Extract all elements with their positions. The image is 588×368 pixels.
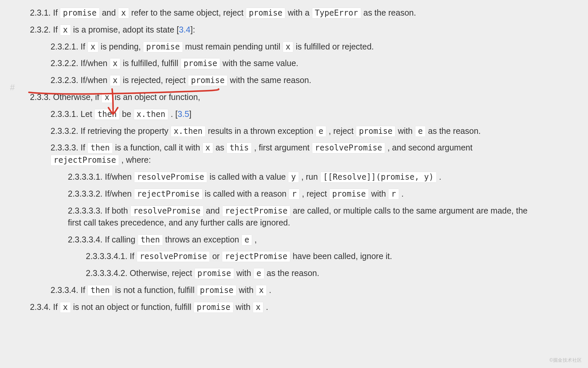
item-number: 2.3.3.3.4.1. xyxy=(86,251,127,261)
text: refer to the same object, reject xyxy=(129,8,246,17)
code-resolvepromise: resolvePromise xyxy=(312,142,385,153)
text: , reject xyxy=(300,189,329,198)
item-number: 2.3.3.3.3. xyxy=(68,206,102,215)
item-number: 2.3.3.3.4. xyxy=(68,235,102,244)
item-2-3-4: 2.3.4. If x is not an object or function… xyxy=(30,301,539,313)
item-2-3-3-3-4-1: 2.3.3.3.4.1. If resolvePromise or reject… xyxy=(86,250,539,262)
text: . xyxy=(263,302,268,312)
text: If xyxy=(51,8,60,17)
item-2-3-3-3-2: 2.3.3.3.2. If/when rejectPromise is call… xyxy=(68,188,539,200)
text: is called with a value xyxy=(207,172,288,181)
text: ] xyxy=(189,109,192,119)
text: is called with a reason xyxy=(203,189,289,198)
text: is not a function, fulfill xyxy=(113,285,197,295)
code-then: then xyxy=(94,109,120,120)
code-e: e xyxy=(253,268,264,279)
item-number: 2.3.4. xyxy=(30,302,51,312)
code-x-then: x.then xyxy=(171,126,206,137)
code-promise: promise xyxy=(188,75,227,86)
link-3-5[interactable]: 3.5 xyxy=(178,109,189,119)
text: If xyxy=(51,25,60,34)
code-x: x xyxy=(110,75,120,86)
spec-document: # 2.3.1. If promise and x refer to the s… xyxy=(0,0,588,368)
text: as the reason. xyxy=(426,126,481,136)
code-promise: promise xyxy=(356,126,395,137)
code-x: x xyxy=(283,42,293,52)
text: as the reason. xyxy=(264,268,319,278)
text: Let xyxy=(78,109,94,119)
item-2-3-2-1: 2.3.2.1. If x is pending, promise must r… xyxy=(51,41,539,53)
text: with a xyxy=(285,8,312,17)
item-2-3-3-3-3: 2.3.3.3.3. If both resolvePromise and re… xyxy=(68,205,539,229)
text: throws an exception xyxy=(163,235,241,244)
text: be xyxy=(120,109,134,119)
code-r: r xyxy=(388,189,399,200)
item-number: 2.3.2.3. xyxy=(51,75,78,85)
anchor-hash-icon[interactable]: # xyxy=(10,82,15,93)
code-then: then xyxy=(138,234,163,245)
text: with xyxy=(234,268,253,278)
item-number: 2.3.2.1. xyxy=(51,42,78,51)
text: If/when xyxy=(78,75,110,85)
code-rejectpromise: rejectPromise xyxy=(222,206,291,217)
code-x: x xyxy=(203,142,213,153)
code-promise: promise xyxy=(181,58,220,69)
item-2-3-1: 2.3.1. If promise and x refer to the sam… xyxy=(30,7,539,19)
code-x: x xyxy=(253,302,263,313)
code-x: x xyxy=(110,58,120,69)
code-then: then xyxy=(87,285,113,296)
text: and xyxy=(204,206,222,215)
item-number: 2.3.3.3.4.2. xyxy=(86,268,127,278)
text: . xyxy=(437,172,441,181)
text: is a function, call it with xyxy=(113,143,203,152)
code-x: x xyxy=(87,42,98,52)
item-2-3-3-3-1: 2.3.3.3.1. If/when resolvePromise is cal… xyxy=(68,171,539,183)
item-number: 2.3.3.2. xyxy=(51,126,78,136)
watermark-text: ©掘金技术社区 xyxy=(549,357,582,363)
item-number: 2.3.3.3. xyxy=(51,143,78,152)
code-e: e xyxy=(241,234,252,245)
text: If xyxy=(51,302,60,312)
text: If both xyxy=(102,206,130,215)
text: If xyxy=(78,285,87,295)
item-number: 2.3.2.2. xyxy=(51,58,78,68)
code-r: r xyxy=(289,189,299,200)
item-2-3-3-3: 2.3.3.3. If then is a function, call it … xyxy=(51,141,539,166)
text: with xyxy=(233,302,253,312)
item-number: 2.3.3. xyxy=(30,92,51,102)
item-2-3-2-2: 2.3.2.2. If/when x is fulfilled, fulfill… xyxy=(51,57,539,69)
code-resolvepromise: resolvePromise xyxy=(137,251,210,262)
code-x: x xyxy=(118,8,129,19)
item-number: 2.3.3.3.1. xyxy=(68,172,102,181)
text: . [ xyxy=(168,109,178,119)
code-rejectpromise: rejectPromise xyxy=(134,189,203,200)
item-number: 2.3.1. xyxy=(30,8,51,17)
text: If calling xyxy=(102,235,138,244)
text: , first argument xyxy=(252,143,312,152)
text: or xyxy=(210,251,222,261)
item-2-3-3-2: 2.3.3.2. If retrieving the property x.th… xyxy=(51,125,539,137)
text: with the same reason. xyxy=(227,75,311,85)
text: with the same value. xyxy=(220,58,298,68)
text: If xyxy=(78,143,87,152)
code-resolvepromise: resolvePromise xyxy=(134,172,207,183)
code-e: e xyxy=(316,126,326,137)
text: with xyxy=(236,285,256,295)
code-promise: promise xyxy=(194,302,233,313)
link-3-4[interactable]: 3.4 xyxy=(179,25,191,34)
item-number: 2.3.2. xyxy=(30,25,51,34)
code-then: then xyxy=(87,142,113,153)
code-promise: promise xyxy=(246,8,285,19)
text: is pending, xyxy=(98,42,143,51)
code-promise: promise xyxy=(329,189,369,200)
text: If retrieving the property xyxy=(78,126,171,136)
text: with xyxy=(395,126,415,136)
item-2-3-3-3-4: 2.3.3.3.4. If calling then throws an exc… xyxy=(68,233,539,246)
item-2-3-2: 2.3.2. If x is a promise, adopt its stat… xyxy=(30,24,539,36)
item-number: 2.3.3.4. xyxy=(51,285,78,295)
text: If/when xyxy=(102,172,134,181)
text: Otherwise, if xyxy=(51,92,102,102)
code-promise: promise xyxy=(143,42,183,52)
code-x: x xyxy=(60,25,71,36)
text: and xyxy=(100,8,118,17)
